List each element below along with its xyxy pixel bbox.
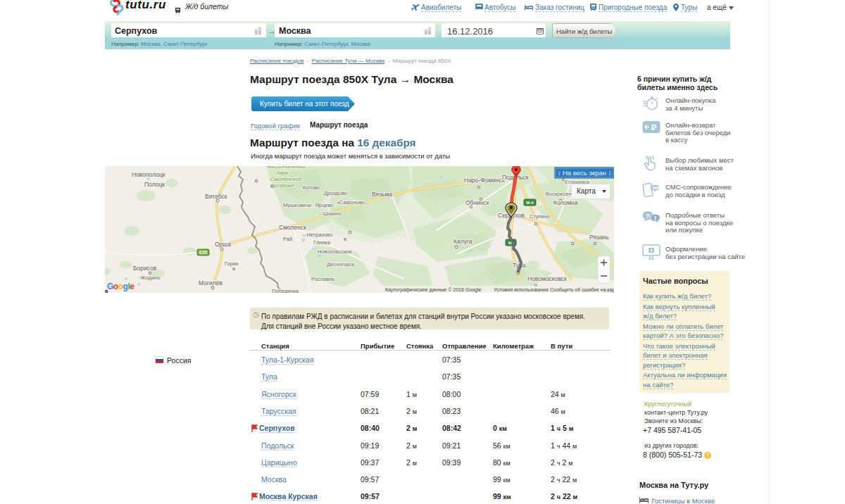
svg-text:Калуга: Калуга (453, 238, 472, 245)
svg-text:↕ На весь экран ↕: ↕ На весь экран ↕ (558, 169, 612, 177)
svg-text:◦Жодино: ◦Жодино (139, 275, 160, 281)
svg-text:Картографические данные © 2016: Картографические данные © 2016 Google (385, 287, 481, 293)
svg-text:Наро-Фоминск: Наро-Фоминск (464, 177, 505, 184)
svg-text:Р: Р (651, 123, 656, 132)
svg-text:Полоцк: Полоцк (144, 181, 165, 188)
svg-text:Смоленское: Смоленское (270, 176, 302, 182)
svg-text:!: ! (654, 215, 656, 222)
svg-text:←Шокино: ←Шокино (318, 210, 342, 217)
svg-text:Новополоцк: Новополоцк (132, 171, 165, 178)
svg-text:Вязьма: Вязьма (372, 191, 392, 198)
svg-text:Мушковичи→: Мушковичи→ (283, 202, 316, 208)
svg-text:Коломна: Коломна (553, 199, 578, 206)
svg-text:Рославль: Рославль (311, 276, 334, 282)
svg-text:Рай: Рай (283, 236, 292, 242)
svg-text:поозерье: поозерье (270, 182, 295, 189)
svg-text:Победенка: Победенка (272, 288, 299, 293)
svg-text:Ступино: Ступино (530, 213, 550, 220)
svg-text:Орша: Орша (215, 241, 231, 248)
svg-text:Котово: Котово (303, 184, 320, 191)
svg-text:Обнинск: Обнинск (465, 199, 489, 206)
svg-text:Карта: Карта (577, 187, 596, 195)
svg-text:Горки: Горки (225, 260, 238, 267)
svg-text:парк: парк (276, 170, 289, 176)
svg-text:Условия использования: Условия использования (494, 287, 549, 292)
svg-text:Новомосковск: Новомосковск (527, 275, 567, 282)
svg-text:в: в (105, 289, 108, 293)
svg-text:SMS: SMS (653, 186, 660, 190)
svg-text:Сообщить об ошибке на карте: Сообщить об ошибке на карте (550, 287, 614, 293)
svg-text:М-4: М-4 (526, 201, 534, 205)
svg-text:Дроздово: Дроздово (324, 190, 347, 196)
svg-text:◦Ярцево: ◦Ярцево (313, 202, 334, 208)
svg-text:Могилёв: Могилёв (199, 279, 223, 286)
svg-text:Витебск: Витебск (205, 193, 227, 200)
svg-text:Google: Google (107, 282, 134, 291)
svg-text:Рязань: Рязань (589, 234, 609, 241)
svg-text:Воскресен: Воскресен (546, 191, 572, 197)
svg-text:?: ? (646, 213, 650, 220)
svg-text:Новоспасское: Новоспасское (318, 248, 352, 255)
svg-text:Борисов: Борисов (133, 265, 157, 272)
svg-text:Смоленск: Смоленск (279, 224, 306, 231)
svg-text:←Нетразово: ←Нетразово (301, 232, 332, 238)
svg-text:Глинка: Глинка (313, 239, 331, 246)
svg-text:E95: E95 (199, 250, 208, 255)
svg-text:Десногорск: Десногорск (327, 261, 355, 267)
svg-text:•Сафоново: •Сафоново (337, 199, 365, 206)
